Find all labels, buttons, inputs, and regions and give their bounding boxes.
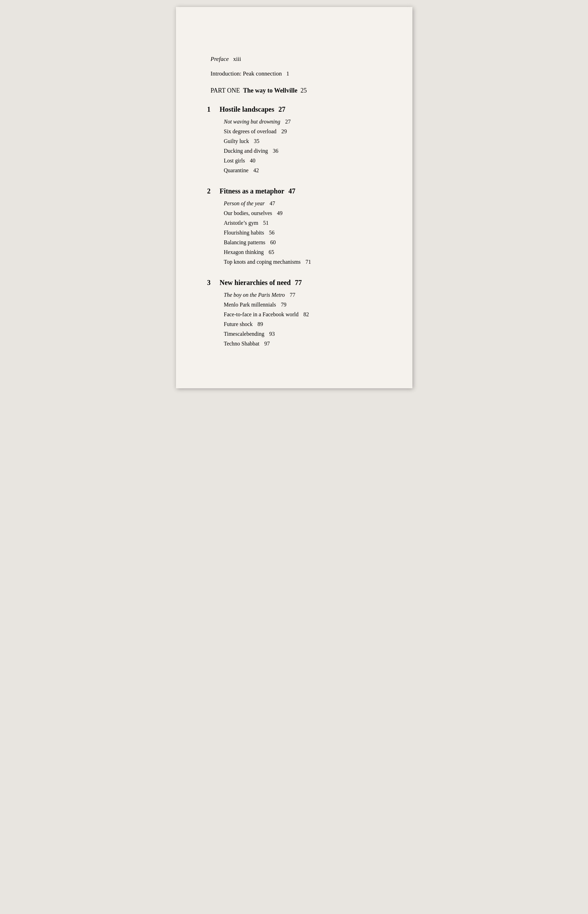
section-item: Guilty luck 35 <box>224 136 381 146</box>
section-page: 71 <box>303 257 311 267</box>
chapter-2-header: 2Fitness as a metaphor47 <box>207 187 381 195</box>
chapter-1-title: Hostile landscapes <box>220 105 275 113</box>
section-title: Flourishing habits <box>224 228 264 238</box>
section-item: Face-to-face in a Facebook world 82 <box>224 310 381 319</box>
section-item: Techno Shabbat 97 <box>224 339 381 349</box>
section-item: Our bodies, ourselves 49 <box>224 209 381 218</box>
section-page: 79 <box>278 300 286 310</box>
section-title: Balancing patterns <box>224 238 266 248</box>
section-page: 47 <box>267 199 275 209</box>
section-page: 60 <box>267 238 276 248</box>
chapter-1-sections: Not waving but drowning 27Six degrees of… <box>224 117 381 175</box>
section-item: Person of the year 47 <box>224 199 381 209</box>
chapter-2-sections: Person of the year 47Our bodies, ourselv… <box>224 199 381 267</box>
section-item: Lost girls 40 <box>224 156 381 166</box>
section-item: Menlo Park millennials 79 <box>224 300 381 310</box>
part-title: The way to Wellville <box>243 87 297 94</box>
section-page: 36 <box>270 146 278 156</box>
section-title: Person of the year <box>224 199 265 209</box>
section-title: Not waving but drowning <box>224 117 281 127</box>
section-item: Six degrees of overload 29 <box>224 127 381 136</box>
preface-entry: Preface xiii <box>211 56 381 63</box>
section-page: 40 <box>247 156 255 166</box>
chapter-3-header: 3New hierarchies of need77 <box>207 279 381 287</box>
section-page: 65 <box>266 248 275 257</box>
section-title: Face-to-face in a Facebook world <box>224 310 299 319</box>
section-page: 89 <box>255 319 263 329</box>
chapter-2-number: 2 <box>207 187 214 195</box>
preface-page: xiii <box>230 56 241 62</box>
book-page: Preface xiii Introduction: Peak connecti… <box>176 7 412 388</box>
section-page: 51 <box>260 218 269 228</box>
section-page: 42 <box>251 166 259 175</box>
section-page: 35 <box>251 136 259 146</box>
section-page: 82 <box>301 310 309 319</box>
section-title: Aristotle’s gym <box>224 218 258 228</box>
part-label: PART ONE <box>211 87 243 94</box>
section-title: Six degrees of overload <box>224 127 277 136</box>
section-page: 77 <box>287 290 295 300</box>
chapter-3-page: 77 <box>295 279 302 287</box>
section-item: Hexagon thinking 65 <box>224 248 381 257</box>
section-page: 27 <box>282 117 291 127</box>
section-page: 29 <box>278 127 287 136</box>
chapter-1-number: 1 <box>207 105 214 113</box>
section-title: The boy on the Paris Metro <box>224 290 285 300</box>
intro-label: Introduction: Peak connection <box>211 70 282 77</box>
chapter-3-number: 3 <box>207 279 214 287</box>
section-item: Top knots and coping mechanisms 71 <box>224 257 381 267</box>
section-title: Future shock <box>224 319 253 329</box>
section-title: Timescalebending <box>224 329 265 339</box>
chapter-1-page: 27 <box>278 105 286 113</box>
section-item: Quarantine 42 <box>224 166 381 175</box>
chapter-2-page: 47 <box>289 187 296 195</box>
section-page: 49 <box>275 209 283 218</box>
chapter-3-block: 3New hierarchies of need77The boy on the… <box>207 279 381 349</box>
chapter-1-block: 1Hostile landscapes27Not waving but drow… <box>207 105 381 175</box>
section-item: Aristotle’s gym 51 <box>224 218 381 228</box>
section-page: 97 <box>262 339 270 349</box>
section-item: Flourishing habits 56 <box>224 228 381 238</box>
section-item: Ducking and diving 36 <box>224 146 381 156</box>
section-title: Hexagon thinking <box>224 248 264 257</box>
section-title: Top knots and coping mechanisms <box>224 257 301 267</box>
intro-entry: Introduction: Peak connection 1 <box>211 70 381 77</box>
chapter-2-block: 2Fitness as a metaphor47Person of the ye… <box>207 187 381 267</box>
section-title: Quarantine <box>224 166 249 175</box>
chapter-2-title: Fitness as a metaphor <box>220 187 284 195</box>
section-item: Balancing patterns 60 <box>224 238 381 248</box>
chapter-3-title: New hierarchies of need <box>220 279 291 287</box>
section-page: 56 <box>267 228 275 238</box>
chapter-1-header: 1Hostile landscapes27 <box>207 105 381 113</box>
section-title: Menlo Park millennials <box>224 300 276 310</box>
section-title: Ducking and diving <box>224 146 268 156</box>
section-title: Lost girls <box>224 156 245 166</box>
part-one-entry: PART ONE The way to Wellville 25 <box>211 87 381 94</box>
section-item: The boy on the Paris Metro 77 <box>224 290 381 300</box>
section-page: 93 <box>267 329 275 339</box>
section-item: Timescalebending 93 <box>224 329 381 339</box>
section-item: Not waving but drowning 27 <box>224 117 381 127</box>
intro-page: 1 <box>283 70 289 77</box>
part-page: 25 <box>297 87 307 94</box>
section-title: Our bodies, ourselves <box>224 209 272 218</box>
section-title: Techno Shabbat <box>224 339 259 349</box>
preface-label: Preface <box>211 56 229 62</box>
section-item: Future shock 89 <box>224 319 381 329</box>
section-title: Guilty luck <box>224 136 249 146</box>
chapter-3-sections: The boy on the Paris Metro 77Menlo Park … <box>224 290 381 349</box>
